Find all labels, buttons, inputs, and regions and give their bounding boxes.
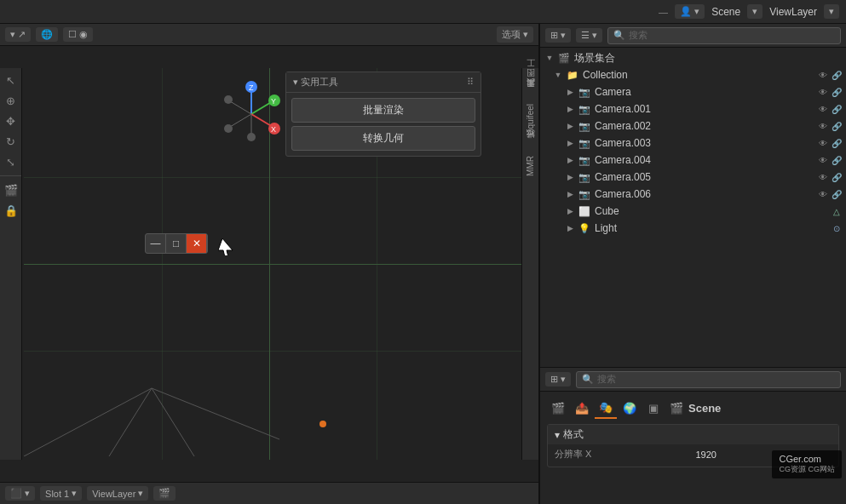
visibility-icon[interactable]: 👁	[817, 120, 829, 132]
expand-icon[interactable]: ▶	[564, 86, 576, 98]
rotate-tool[interactable]: ↻	[3, 133, 20, 150]
prop-tab-render[interactable]: 🎬	[547, 397, 569, 419]
tools-panel-header: ▾ 实用工具 ⠿	[286, 72, 481, 93]
user-icon-btn[interactable]: 👤 ▾	[675, 4, 705, 19]
viewlayer-dropdown-btn[interactable]: ▾	[824, 4, 839, 19]
svg-line-2	[152, 388, 194, 456]
visibility-icon[interactable]: 👁	[817, 154, 829, 166]
expand-icon[interactable]: ▶	[564, 205, 576, 217]
collection-link-icon[interactable]: 🔗	[831, 69, 843, 81]
lock-tool[interactable]: 🔒	[3, 202, 20, 219]
scene-dropdown-label: Scene	[711, 6, 740, 18]
scale-tool[interactable]: ⤡	[3, 153, 20, 170]
expand-icon[interactable]: ▶	[564, 154, 576, 166]
properties-tabs: 🎬 📤 🎭 🌍 ▣	[547, 397, 665, 419]
visibility-icon[interactable]: 👁	[817, 86, 829, 98]
svg-text:Y: Y	[271, 97, 276, 106]
link-icon[interactable]: 🔗	[831, 103, 843, 115]
light-icon2[interactable]: ⊙	[831, 222, 843, 234]
visibility-icon[interactable]: 👁	[817, 171, 829, 183]
watermark-line2: CG资源 CG网站	[779, 464, 835, 475]
link-icon[interactable]: 🔗	[831, 171, 843, 183]
list-item[interactable]: ▶ 💡 Light ⊙	[540, 220, 846, 237]
outliner-mode-btn[interactable]: ⊞ ▾	[545, 28, 571, 43]
close-btn[interactable]: ✕	[187, 234, 207, 253]
format-section-header[interactable]: ▾ 格式	[548, 425, 838, 444]
visibility-icon[interactable]: 👁	[817, 103, 829, 115]
viewport-content[interactable]: Z Y X	[0, 46, 538, 482]
tools-panel-drag[interactable]: ⠿	[467, 77, 474, 88]
viewport-area: ▾ ↗ 🌐 ☐ ◉ 选项 ▾	[0, 24, 539, 504]
prop-tab-scene[interactable]: 🎭	[595, 397, 617, 419]
viewport-gizmo[interactable]: Z Y X	[217, 80, 285, 148]
list-item[interactable]: ▶ 📷 Camera.004 👁 🔗	[540, 152, 846, 169]
expand-icon[interactable]: ▼	[544, 52, 555, 64]
grid-line-h	[24, 264, 521, 265]
convert-geometry-btn[interactable]: 转换几何	[291, 126, 475, 151]
prop-tab-world[interactable]: 🌍	[619, 397, 641, 419]
sidebar-tab-view[interactable]: 图	[523, 78, 538, 89]
link-icon[interactable]: 🔗	[831, 86, 843, 98]
maximize-btn[interactable]: □	[166, 234, 187, 253]
left-tool-panel: ↖ ⊕ ✥ ↻ ⤡ 🎬 🔒	[0, 68, 22, 460]
slot-btn[interactable]: Slot 1 ▾	[40, 486, 82, 501]
viewport-shading-btn[interactable]: ▾ ↗	[5, 27, 31, 42]
expand-icon[interactable]: ▶	[564, 171, 576, 183]
grid-line-h2	[24, 177, 521, 178]
prop-tab-object[interactable]: ▣	[642, 397, 665, 419]
options-btn[interactable]: 选项 ▾	[497, 26, 533, 43]
properties-mode-btn[interactable]: ⊞ ▾	[545, 372, 571, 387]
outliner-filter-btn[interactable]: ☰ ▾	[576, 28, 602, 43]
collection-visibility-icon[interactable]: 👁	[817, 69, 829, 81]
outliner-content[interactable]: ▼ 🎬 场景集合 ▼ 📁 Collection 👁 🔗 ▶	[540, 48, 846, 367]
list-item[interactable]: ▶ 📷 Camera.002 👁 🔗	[540, 117, 846, 135]
link-icon[interactable]: 🔗	[831, 137, 843, 149]
prop-tab-output[interactable]: 📤	[571, 397, 593, 419]
expand-icon[interactable]: ▶	[564, 120, 576, 132]
collection-item[interactable]: ▼ 📁 Collection 👁 🔗	[540, 66, 846, 83]
sidebar-tab-mmr[interactable]: MMR	[524, 151, 537, 181]
svg-line-1	[109, 388, 152, 456]
item-label: Camera.003	[595, 137, 815, 149]
sidebar-tab-liquifeel[interactable]: Liquifeel	[524, 99, 537, 140]
properties-header: ⊞ ▾ 🔍 搜索	[540, 368, 846, 392]
link-icon[interactable]: 🔗	[831, 120, 843, 132]
link-icon[interactable]: 🔗	[831, 188, 843, 200]
scene-dropdown-btn[interactable]: ▾	[747, 4, 763, 19]
cube-icon2[interactable]: △	[831, 205, 843, 217]
sidebar-tab-utility[interactable]: 实用工具	[523, 89, 538, 99]
outliner-search[interactable]: 🔍 搜索	[607, 27, 841, 44]
list-item[interactable]: ▶ 📷 Camera.003 👁 🔗	[540, 135, 846, 152]
viewlayer-footer-btn[interactable]: ViewLayer ▾	[87, 486, 148, 501]
expand-icon[interactable]: ▶	[564, 222, 576, 234]
expand-icon[interactable]: ▶	[564, 188, 576, 200]
right-panel: ⊞ ▾ ☰ ▾ 🔍 搜索 ▼ 🎬 场景集合 ▼ 📁 Coll	[539, 24, 846, 504]
list-item[interactable]: ▶ 📷 Camera 👁 🔗	[540, 83, 846, 100]
scene-collection-item[interactable]: ▼ 🎬 场景集合	[540, 49, 846, 66]
list-item[interactable]: ▶ ⬜ Cube △	[540, 203, 846, 220]
sidebar-tab-light[interactable]: 光域	[523, 140, 538, 151]
collection-expand-icon[interactable]: ▼	[552, 69, 564, 81]
list-item[interactable]: ▶ 📷 Camera.005 👁 🔗	[540, 169, 846, 186]
properties-search[interactable]: 🔍 搜索	[576, 371, 841, 388]
viewport-mode-btn[interactable]: ☐ ◉	[63, 27, 93, 42]
move-tool[interactable]: ✥	[3, 112, 20, 129]
viewport-overlay-btn[interactable]: 🌐	[36, 27, 58, 42]
expand-icon[interactable]: ▶	[564, 103, 576, 115]
visibility-icon[interactable]: 👁	[817, 137, 829, 149]
item-actions: 👁 🔗	[817, 137, 843, 149]
svg-line-3	[152, 388, 279, 439]
batch-render-btn[interactable]: 批量渲染	[291, 98, 475, 123]
expand-icon[interactable]: ▶	[564, 137, 576, 149]
link-icon[interactable]: 🔗	[831, 154, 843, 166]
list-item[interactable]: ▶ 📷 Camera.006 👁 🔗	[540, 186, 846, 203]
visibility-icon[interactable]: 👁	[817, 188, 829, 200]
list-item[interactable]: ▶ 📷 Camera.001 👁 🔗	[540, 100, 846, 117]
cursor-tool[interactable]: ⊕	[3, 92, 20, 109]
render-btn[interactable]: 🎬	[153, 486, 176, 501]
minimize-btn[interactable]: —	[146, 234, 166, 253]
select-tool[interactable]: ↖	[3, 72, 20, 89]
sidebar-tab-tools[interactable]: 工	[523, 68, 538, 78]
workspace-btn[interactable]: ⬛ ▾	[5, 486, 35, 501]
camera-tool[interactable]: 🎬	[3, 181, 20, 198]
